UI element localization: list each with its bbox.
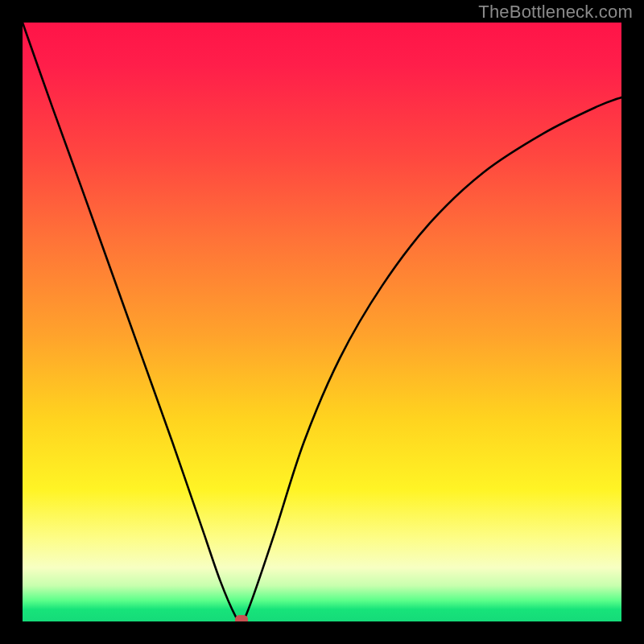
bottleneck-curve xyxy=(23,23,621,621)
watermark-text: TheBottleneck.com xyxy=(478,2,633,23)
chart-frame: TheBottleneck.com xyxy=(0,0,644,644)
minimum-marker xyxy=(235,615,248,621)
plot-area xyxy=(23,23,621,621)
